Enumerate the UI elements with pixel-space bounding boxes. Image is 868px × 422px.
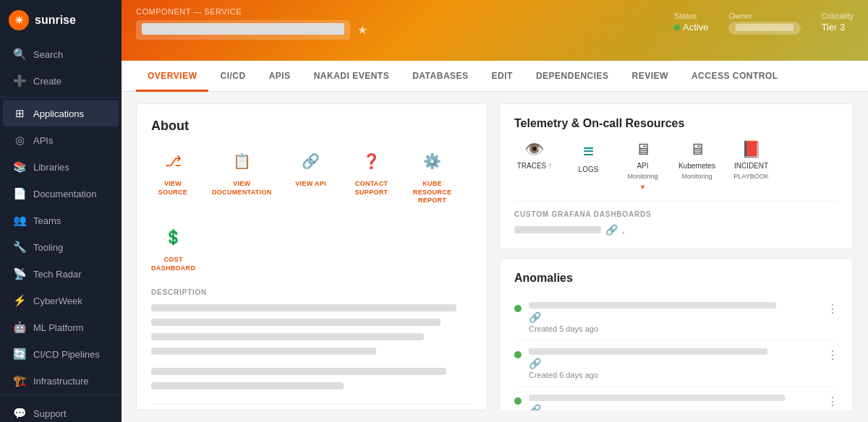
sidebar-item-search[interactable]: 🔍 Search (3, 41, 119, 67)
tab-review[interactable]: REVIEW (621, 61, 680, 92)
view-api-action[interactable]: 🔗 VIEW API (289, 147, 333, 205)
infrastructure-icon: 🏗️ (13, 374, 26, 387)
tab-dependencies[interactable]: DEPENDENCIES (524, 61, 621, 92)
sidebar-item-label: Documentation (33, 189, 96, 199)
sidebar: ☀ sunrise 🔍 Search ➕ Create ⊞ Applicatio… (0, 0, 122, 422)
header-meta: Status Active Owner Criticality Tier 3 (674, 12, 854, 35)
grafana-label: CUSTOM GRAFANA DASHBOARDS (514, 210, 838, 218)
anomaly-content: 🔗 (529, 395, 820, 410)
kubernetes-monitoring-item[interactable]: 🖥 Kubernetes Monitoring (677, 140, 717, 180)
status-label: Status (674, 12, 708, 20)
anomaly-link[interactable]: 🔗 (529, 311, 820, 323)
view-source-icon: ⎇ (158, 147, 187, 176)
sidebar-item-label: CyberWeek (33, 296, 82, 306)
sidebar-item-documentation[interactable]: 📄 Documentation (3, 181, 119, 207)
page-title (136, 20, 350, 40)
sidebar-item-cicd-pipelines[interactable]: 🔄 CI/CD Pipelines (3, 341, 119, 367)
grafana-external-link-icon[interactable]: 🔗 (605, 224, 618, 236)
tab-edit[interactable]: EDIT (480, 61, 524, 92)
sidebar-item-create[interactable]: ➕ Create (3, 68, 119, 94)
tab-access-control[interactable]: ACCESS CONTROL (680, 61, 790, 92)
description-content (151, 302, 472, 392)
kube-resource-report-label: KUBERESOURCEREPORT (413, 180, 451, 205)
sidebar-item-label: Infrastructure (33, 376, 89, 387)
view-source-label: VIEWSOURCE (158, 180, 187, 197)
sidebar-item-label: Support (33, 408, 67, 419)
anomaly-link[interactable]: 🔗 (529, 358, 820, 369)
sidebar-item-applications[interactable]: ⊞ Applications (3, 100, 119, 126)
logs-label: LOGS (579, 165, 599, 173)
api-monitoring-label: API (637, 162, 648, 170)
status-value: Active (674, 22, 708, 33)
anomaly-menu-button[interactable]: ⋮ (827, 395, 838, 408)
sidebar-item-label: Create (33, 76, 61, 87)
api-monitoring-item[interactable]: 🖥 API Monitoring ▾ (623, 140, 663, 191)
tab-cicd[interactable]: CI/CD (208, 61, 257, 92)
tab-apis[interactable]: APIS (258, 61, 302, 92)
telemetry-icons-row: 👁️ TRACES ? ≡ LOGS 🖥 API Monitoring (514, 140, 838, 191)
logo-icon: ☀ (9, 10, 29, 30)
sidebar-item-label: Applications (33, 108, 84, 119)
sidebar-item-label: Teams (33, 215, 61, 226)
kubernetes-monitoring-icon: 🖥 (689, 140, 705, 159)
anomaly-item: 🔗 Created 5 days ago ⋮ (514, 295, 838, 341)
incident-playbook-item[interactable]: 📕 INCIDENT PLAYBOOK (731, 140, 771, 180)
tech-radar-icon: 📡 (13, 267, 26, 280)
tab-overview[interactable]: OVERVIEW (136, 61, 208, 92)
anomalies-title: Anomalies (514, 272, 838, 285)
view-documentation-action[interactable]: 📋 VIEWDOCUMENTATION (212, 147, 272, 205)
tab-bar: OVERVIEW CI/CD APIS NAKADI EVENTS DATABA… (122, 61, 868, 92)
kube-resource-report-action[interactable]: ⚙️ KUBERESOURCEREPORT (411, 147, 454, 205)
view-api-label: VIEW API (295, 180, 326, 189)
sidebar-item-label: ML Platform (33, 322, 84, 333)
kubernetes-monitoring-label: Kubernetes (678, 162, 715, 170)
cost-dashboard-label: COSTDASHBOARD (151, 256, 195, 272)
traces-item[interactable]: 👁️ TRACES ? (514, 140, 554, 170)
action-icons-row: ⎇ VIEWSOURCE 📋 VIEWDOCUMENTATION 🔗 VIEW … (151, 147, 472, 272)
page-header: COMPONENT — SERVICE ★ Status Active Owne… (122, 0, 868, 61)
owner-field: Owner (728, 12, 801, 35)
sidebar-item-infrastructure[interactable]: 🏗️ Infrastructure (3, 368, 119, 394)
libraries-icon: 📚 (13, 160, 26, 173)
favorite-star-icon[interactable]: ★ (357, 23, 367, 37)
criticality-label: Criticality (821, 12, 854, 20)
sidebar-item-support[interactable]: 💬 Support (3, 400, 119, 422)
sidebar-item-ml-platform[interactable]: 🤖 ML Platform (3, 314, 119, 340)
sidebar-item-cyberweek[interactable]: ⚡ CyberWeek (3, 288, 119, 314)
logo-text: sunrise (35, 14, 76, 27)
sidebar-item-teams[interactable]: 👥 Teams (3, 207, 119, 233)
sidebar-item-label: Search (33, 49, 63, 60)
api-monitoring-arrow[interactable]: ▾ (641, 183, 644, 191)
tab-databases[interactable]: DATABASES (401, 61, 480, 92)
traces-label: TRACES (517, 162, 547, 170)
sidebar-logo: ☀ sunrise (0, 0, 122, 40)
cyberweek-icon: ⚡ (13, 294, 26, 307)
sidebar-item-tech-radar[interactable]: 📡 Tech Radar (3, 261, 119, 287)
anomaly-link[interactable]: 🔗 (529, 404, 820, 410)
cost-dashboard-action[interactable]: 💲 COSTDASHBOARD (151, 223, 195, 272)
about-panel: About ⎇ VIEWSOURCE 📋 VIEWDOCUMENTATION 🔗… (136, 103, 488, 410)
logs-item[interactable]: ≡ LOGS (569, 140, 608, 173)
owner-pill (728, 22, 801, 35)
api-monitoring-icon: 🖥 (635, 140, 651, 159)
anomaly-time: Created 5 days ago (529, 324, 820, 333)
cicd-icon: 🔄 (13, 348, 26, 361)
content-area: About ⎇ VIEWSOURCE 📋 VIEWDOCUMENTATION 🔗… (122, 92, 868, 422)
create-icon: ➕ (13, 74, 26, 87)
criticality-field: Criticality Tier 3 (821, 12, 854, 35)
view-documentation-icon: 📋 (227, 147, 256, 176)
anomaly-menu-button[interactable]: ⋮ (827, 348, 838, 362)
tab-nakadi-events[interactable]: NAKADI EVENTS (302, 61, 401, 92)
sidebar-item-apis[interactable]: ◎ APIs (3, 127, 119, 153)
sidebar-item-libraries[interactable]: 📚 Libraries (3, 154, 119, 180)
contact-support-action[interactable]: ❓ CONTACTSUPPORT (350, 147, 393, 205)
status-indicator (674, 25, 680, 30)
grafana-link: 🔗 . (514, 224, 838, 236)
sidebar-divider (0, 97, 122, 98)
sidebar-item-tooling[interactable]: 🔧 Tooling (3, 234, 119, 260)
incident-playbook-sublabel: PLAYBOOK (733, 173, 768, 180)
anomaly-menu-button[interactable]: ⋮ (827, 302, 838, 316)
view-documentation-label: VIEWDOCUMENTATION (212, 180, 272, 197)
traces-question-icon: ? (548, 163, 551, 170)
view-source-action[interactable]: ⎇ VIEWSOURCE (151, 147, 195, 205)
